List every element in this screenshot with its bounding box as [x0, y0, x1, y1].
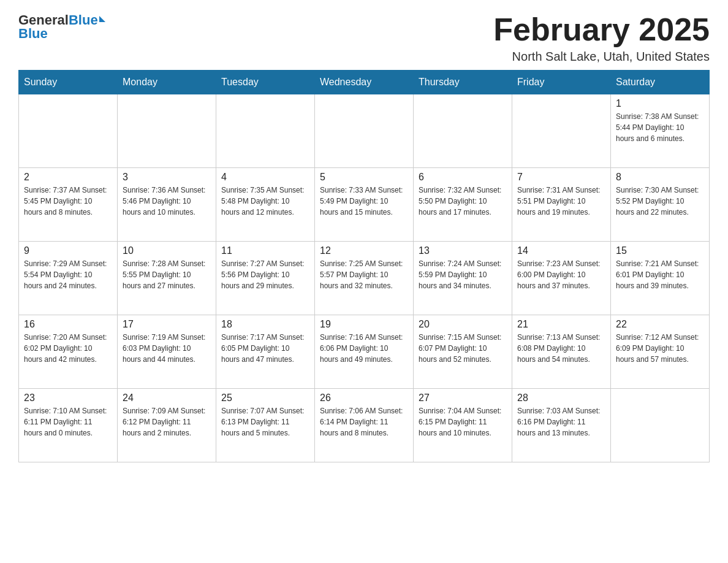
day-info: Sunrise: 7:28 AM Sunset: 5:55 PM Dayligh… [123, 258, 211, 291]
day-number: 9 [24, 245, 112, 256]
day-info: Sunrise: 7:12 AM Sunset: 6:09 PM Dayligh… [616, 332, 704, 365]
day-info: Sunrise: 7:32 AM Sunset: 5:50 PM Dayligh… [419, 185, 507, 218]
table-row: 19Sunrise: 7:16 AM Sunset: 6:06 PM Dayli… [315, 315, 414, 389]
day-number: 27 [419, 393, 507, 404]
logo-blue: Blue [69, 12, 98, 28]
day-info: Sunrise: 7:36 AM Sunset: 5:46 PM Dayligh… [123, 185, 211, 218]
day-number: 26 [320, 393, 408, 404]
day-info: Sunrise: 7:24 AM Sunset: 5:59 PM Dayligh… [419, 258, 507, 291]
page-title: February 2025 [493, 12, 710, 47]
day-number: 16 [24, 319, 112, 330]
logo: GeneralBlue Blue [18, 12, 105, 42]
day-info: Sunrise: 7:17 AM Sunset: 6:05 PM Dayligh… [221, 332, 309, 365]
day-info: Sunrise: 7:16 AM Sunset: 6:06 PM Dayligh… [320, 332, 408, 365]
table-row [414, 94, 512, 168]
table-row: 7Sunrise: 7:31 AM Sunset: 5:51 PM Daylig… [512, 168, 611, 242]
logo-arrow-icon [99, 16, 105, 22]
day-number: 20 [419, 319, 507, 330]
table-row: 6Sunrise: 7:32 AM Sunset: 5:50 PM Daylig… [414, 168, 512, 242]
day-info: Sunrise: 7:29 AM Sunset: 5:54 PM Dayligh… [24, 258, 112, 291]
table-row: 24Sunrise: 7:09 AM Sunset: 6:12 PM Dayli… [118, 389, 216, 462]
table-row: 11Sunrise: 7:27 AM Sunset: 5:56 PM Dayli… [216, 242, 315, 315]
day-number: 28 [517, 393, 605, 404]
day-info: Sunrise: 7:13 AM Sunset: 6:08 PM Dayligh… [517, 332, 605, 365]
day-info: Sunrise: 7:06 AM Sunset: 6:14 PM Dayligh… [320, 405, 408, 439]
calendar-week-row: 1Sunrise: 7:38 AM Sunset: 5:44 PM Daylig… [19, 94, 710, 168]
day-number: 14 [517, 245, 605, 256]
table-row: 12Sunrise: 7:25 AM Sunset: 5:57 PM Dayli… [315, 242, 414, 315]
day-info: Sunrise: 7:33 AM Sunset: 5:49 PM Dayligh… [320, 185, 408, 218]
col-saturday: Saturday [611, 71, 710, 94]
col-wednesday: Wednesday [315, 71, 414, 94]
calendar-table: Sunday Monday Tuesday Wednesday Thursday… [18, 70, 710, 462]
day-number: 6 [419, 172, 507, 183]
table-row: 25Sunrise: 7:07 AM Sunset: 6:13 PM Dayli… [216, 389, 315, 462]
day-info: Sunrise: 7:38 AM Sunset: 5:44 PM Dayligh… [616, 111, 704, 144]
day-number: 12 [320, 245, 408, 256]
day-number: 25 [221, 393, 309, 404]
day-info: Sunrise: 7:30 AM Sunset: 5:52 PM Dayligh… [616, 185, 704, 218]
day-info: Sunrise: 7:37 AM Sunset: 5:45 PM Dayligh… [24, 185, 112, 218]
table-row: 8Sunrise: 7:30 AM Sunset: 5:52 PM Daylig… [611, 168, 710, 242]
col-monday: Monday [118, 71, 216, 94]
page-header: GeneralBlue Blue February 2025 North Sal… [18, 12, 710, 64]
day-number: 24 [123, 393, 211, 404]
day-info: Sunrise: 7:09 AM Sunset: 6:12 PM Dayligh… [123, 405, 211, 439]
table-row: 5Sunrise: 7:33 AM Sunset: 5:49 PM Daylig… [315, 168, 414, 242]
day-info: Sunrise: 7:21 AM Sunset: 6:01 PM Dayligh… [616, 258, 704, 291]
table-row: 20Sunrise: 7:15 AM Sunset: 6:07 PM Dayli… [414, 315, 512, 389]
day-number: 7 [517, 172, 605, 183]
table-row [512, 94, 611, 168]
day-info: Sunrise: 7:07 AM Sunset: 6:13 PM Dayligh… [221, 405, 309, 439]
table-row [216, 94, 315, 168]
title-section: February 2025 North Salt Lake, Utah, Uni… [493, 12, 710, 64]
day-info: Sunrise: 7:20 AM Sunset: 6:02 PM Dayligh… [24, 332, 112, 365]
day-number: 19 [320, 319, 408, 330]
table-row: 26Sunrise: 7:06 AM Sunset: 6:14 PM Dayli… [315, 389, 414, 462]
table-row: 1Sunrise: 7:38 AM Sunset: 5:44 PM Daylig… [611, 94, 710, 168]
table-row: 27Sunrise: 7:04 AM Sunset: 6:15 PM Dayli… [414, 389, 512, 462]
day-number: 22 [616, 319, 704, 330]
day-info: Sunrise: 7:15 AM Sunset: 6:07 PM Dayligh… [419, 332, 507, 365]
col-tuesday: Tuesday [216, 71, 315, 94]
day-number: 1 [616, 98, 704, 109]
col-friday: Friday [512, 71, 611, 94]
day-number: 17 [123, 319, 211, 330]
table-row [315, 94, 414, 168]
day-number: 5 [320, 172, 408, 183]
calendar-week-row: 23Sunrise: 7:10 AM Sunset: 6:11 PM Dayli… [19, 389, 710, 462]
table-row: 4Sunrise: 7:35 AM Sunset: 5:48 PM Daylig… [216, 168, 315, 242]
logo-subtitle: Blue [18, 26, 48, 42]
day-number: 21 [517, 319, 605, 330]
table-row: 14Sunrise: 7:23 AM Sunset: 6:00 PM Dayli… [512, 242, 611, 315]
table-row: 18Sunrise: 7:17 AM Sunset: 6:05 PM Dayli… [216, 315, 315, 389]
table-row: 13Sunrise: 7:24 AM Sunset: 5:59 PM Dayli… [414, 242, 512, 315]
table-row [118, 94, 216, 168]
table-row [611, 389, 710, 462]
col-sunday: Sunday [19, 71, 118, 94]
day-info: Sunrise: 7:23 AM Sunset: 6:00 PM Dayligh… [517, 258, 605, 291]
table-row: 21Sunrise: 7:13 AM Sunset: 6:08 PM Dayli… [512, 315, 611, 389]
table-row [19, 94, 118, 168]
location-subtitle: North Salt Lake, Utah, United States [493, 50, 710, 64]
calendar-week-row: 16Sunrise: 7:20 AM Sunset: 6:02 PM Dayli… [19, 315, 710, 389]
day-info: Sunrise: 7:31 AM Sunset: 5:51 PM Dayligh… [517, 185, 605, 218]
day-number: 23 [24, 393, 112, 404]
day-number: 3 [123, 172, 211, 183]
day-info: Sunrise: 7:27 AM Sunset: 5:56 PM Dayligh… [221, 258, 309, 291]
day-info: Sunrise: 7:35 AM Sunset: 5:48 PM Dayligh… [221, 185, 309, 218]
day-number: 18 [221, 319, 309, 330]
day-info: Sunrise: 7:10 AM Sunset: 6:11 PM Dayligh… [24, 405, 112, 439]
day-info: Sunrise: 7:19 AM Sunset: 6:03 PM Dayligh… [123, 332, 211, 365]
day-info: Sunrise: 7:25 AM Sunset: 5:57 PM Dayligh… [320, 258, 408, 291]
table-row: 10Sunrise: 7:28 AM Sunset: 5:55 PM Dayli… [118, 242, 216, 315]
col-thursday: Thursday [414, 71, 512, 94]
table-row: 2Sunrise: 7:37 AM Sunset: 5:45 PM Daylig… [19, 168, 118, 242]
table-row: 16Sunrise: 7:20 AM Sunset: 6:02 PM Dayli… [19, 315, 118, 389]
day-number: 11 [221, 245, 309, 256]
day-info: Sunrise: 7:03 AM Sunset: 6:16 PM Dayligh… [517, 405, 605, 439]
day-number: 15 [616, 245, 704, 256]
day-number: 2 [24, 172, 112, 183]
table-row: 3Sunrise: 7:36 AM Sunset: 5:46 PM Daylig… [118, 168, 216, 242]
table-row: 23Sunrise: 7:10 AM Sunset: 6:11 PM Dayli… [19, 389, 118, 462]
